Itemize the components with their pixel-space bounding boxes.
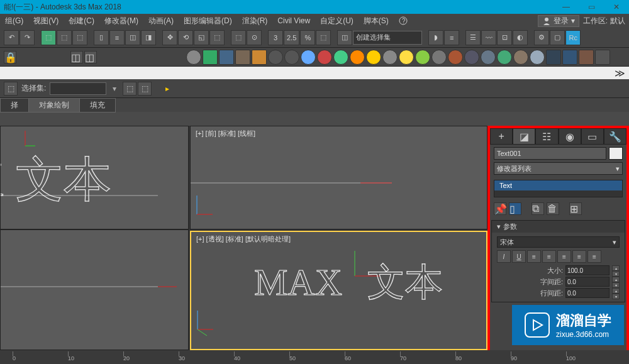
menu-animation[interactable]: 动画(A) [143, 14, 179, 28]
render-frame-button[interactable]: ▢ [550, 30, 565, 45]
preset-b2[interactable] [481, 50, 496, 65]
viewport-bottom-right[interactable]: [+] [透视] [标准] [默认明暗处理] MAX 文本 [190, 231, 487, 350]
menu-scripts[interactable]: 脚本(S) [359, 14, 394, 28]
menu-group[interactable]: 组(G) [0, 14, 28, 28]
preset-sphere-1[interactable] [268, 50, 283, 65]
preset-metal[interactable] [464, 50, 479, 65]
viewport-top-right[interactable]: [+] [前] [标准] [线框] [190, 126, 487, 229]
timeline[interactable]: 0102030405060708090100 [0, 350, 629, 364]
show-end-result-button[interactable]: ▯ [509, 202, 521, 215]
preset-sun[interactable] [399, 50, 414, 65]
close-button[interactable]: ✕ [604, 0, 629, 14]
preset-sphere-2[interactable] [284, 50, 299, 65]
select-region-button[interactable]: ◫ [125, 30, 140, 45]
tool-a-button[interactable]: ◫ [70, 51, 83, 63]
undo-button[interactable]: ↶ [4, 30, 19, 45]
named-sel-sets-dropdown[interactable]: 创建选择集 [353, 31, 422, 45]
align-right-button[interactable]: ≡ [557, 250, 571, 263]
leading-spin-up[interactable]: ▴ [612, 288, 620, 294]
viewport-top-left[interactable]: X 文本 [0, 126, 189, 229]
leading-input[interactable]: 0.0 [565, 288, 610, 298]
configure-sets-button[interactable]: ⊞ [569, 202, 582, 215]
placement-button[interactable]: ⬚ [209, 30, 225, 45]
align-button[interactable]: ≡ [444, 30, 459, 45]
preset-box4[interactable] [595, 50, 610, 65]
menu-customize[interactable]: 自定义(U) [315, 14, 359, 28]
motion-tab[interactable]: ◉ [559, 128, 581, 145]
schematic-view-button[interactable]: ⊡ [497, 30, 512, 45]
material-editor-button[interactable]: ◐ [513, 30, 528, 45]
sel-lock-button[interactable]: ⬚ [4, 82, 18, 96]
menu-create[interactable]: 创建(C) [64, 14, 99, 28]
align-center-button[interactable]: ≡ [542, 250, 556, 263]
menu-modifiers[interactable]: 修改器(M) [99, 14, 143, 28]
sel-tool-2[interactable]: ⬚ [138, 82, 152, 96]
underline-button[interactable]: U [512, 250, 526, 263]
italic-button[interactable]: I [497, 250, 511, 263]
minimize-button[interactable]: — [554, 0, 579, 14]
select-link-button[interactable]: ⬚ [41, 30, 56, 45]
hierarchy-tab[interactable]: ☷ [535, 128, 558, 145]
preset-4[interactable] [252, 50, 267, 65]
window-crossing-button[interactable]: ◨ [141, 30, 156, 45]
filter-icon[interactable]: ▸ [160, 82, 174, 96]
bind-space-warp-button[interactable]: ⬚ [72, 30, 87, 45]
kerning-input[interactable]: 0.0 [565, 277, 610, 287]
display-tab[interactable]: ▭ [581, 128, 604, 145]
rotate-button[interactable]: ⟲ [178, 30, 193, 45]
modify-tab[interactable]: ◪ [513, 128, 535, 145]
utilities-tab[interactable]: 🔧 [604, 128, 626, 145]
kerning-spin-up[interactable]: ▴ [612, 277, 620, 282]
menu-view[interactable]: 视图(V) [28, 14, 64, 28]
size-spin-up[interactable]: ▴ [612, 265, 620, 271]
preset-br[interactable] [513, 50, 528, 65]
unlink-button[interactable]: ⬚ [57, 30, 72, 45]
modifier-stack-item[interactable]: Text [494, 180, 622, 190]
mirror-button[interactable]: ◗ [428, 30, 443, 45]
workspace-selector[interactable]: 工作区: 默认 [579, 16, 629, 26]
align-left-button[interactable]: ≡ [527, 250, 541, 263]
align-justify-button[interactable]: ≡ [572, 250, 586, 263]
make-unique-button[interactable]: ⧉ [532, 202, 544, 215]
curve-editor-button[interactable]: 〰 [481, 30, 496, 45]
preset-g2[interactable] [431, 50, 447, 65]
preset-2[interactable] [219, 50, 234, 65]
use-pivot-button[interactable]: ⊙ [247, 30, 262, 45]
move-button[interactable]: ✥ [162, 30, 177, 45]
modifier-stack[interactable]: Text [494, 180, 623, 197]
render-setup-button[interactable]: ⚙ [534, 30, 549, 45]
select-by-name-button[interactable]: ≡ [109, 30, 125, 45]
restore-button[interactable]: ▭ [579, 0, 604, 14]
layer-button[interactable]: ☰ [465, 30, 481, 45]
viewport-bottom-left[interactable] [0, 229, 189, 350]
percent-snap-button[interactable]: % [300, 30, 315, 45]
modifier-list-dropdown[interactable]: 修改器列表 ▾ [494, 162, 623, 175]
object-name-input[interactable] [494, 147, 606, 160]
preset-box1[interactable] [546, 50, 561, 65]
lock-button[interactable]: 🔒 [4, 51, 16, 63]
redo-button[interactable]: ↷ [19, 30, 35, 45]
tab-fill[interactable]: 填充 [79, 98, 116, 113]
preset-cloud[interactable] [350, 50, 365, 65]
pin-stack-button[interactable]: 📌 [494, 202, 506, 215]
sel-tool-1[interactable]: ⬚ [123, 82, 136, 96]
menu-render[interactable]: 渲染(R) [237, 14, 273, 28]
menu-civil-view[interactable]: Civil View [272, 14, 315, 28]
size-input[interactable]: 100.0 [565, 265, 610, 275]
preset-wood[interactable] [448, 50, 463, 65]
preset-1[interactable] [203, 50, 218, 65]
render-button[interactable]: Rc [565, 30, 581, 45]
preset-b3[interactable] [530, 50, 545, 65]
create-tab[interactable]: + [490, 128, 513, 145]
tool-b-button[interactable]: ◫ [84, 51, 97, 63]
menu-graph-editors[interactable]: 图形编辑器(D) [179, 14, 237, 28]
editable-mesh-button[interactable]: ◫ [337, 30, 352, 45]
preset-g3[interactable] [497, 50, 512, 65]
spinner-snap-button[interactable]: ⬚ [316, 30, 331, 45]
preset-sphere-5[interactable] [333, 50, 348, 65]
font-dropdown[interactable]: 宋体 ▾ [497, 236, 620, 248]
preset-box3[interactable] [579, 50, 594, 65]
preset-green2[interactable] [415, 50, 430, 65]
preset-3[interactable] [235, 50, 250, 65]
size-spin-down[interactable]: ▾ [612, 271, 620, 277]
